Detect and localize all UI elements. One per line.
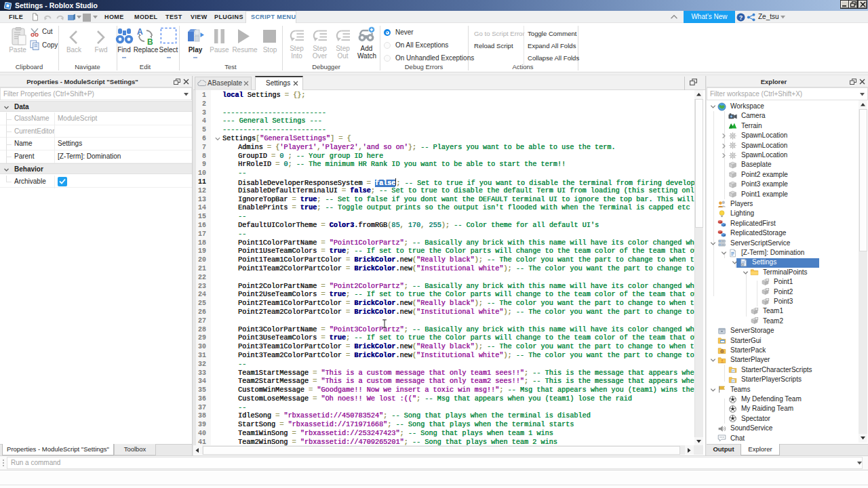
- svg-text:B: B: [147, 37, 153, 45]
- svg-text:?: ?: [739, 14, 743, 21]
